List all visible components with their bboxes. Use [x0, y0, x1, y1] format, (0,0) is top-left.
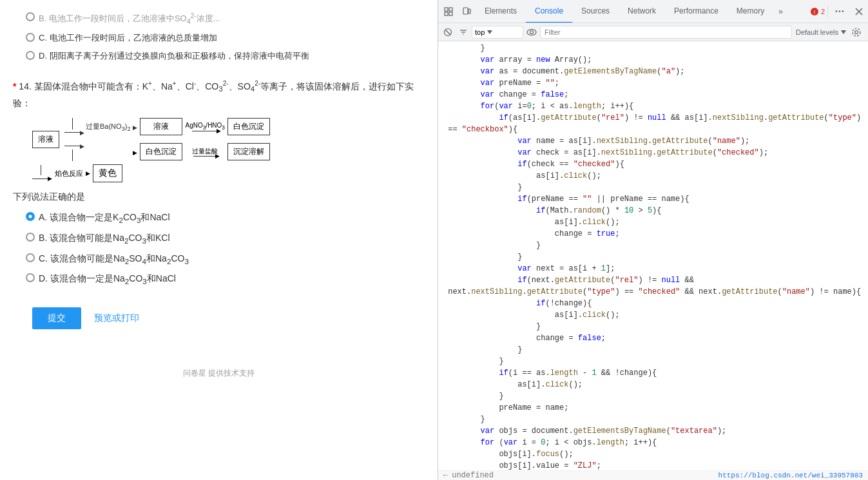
code-line: next.nextSibling.getAttribute("type") ==… — [438, 286, 868, 298]
result-text: undefined — [452, 471, 494, 480]
option-14-D-text: D. 该混合物一定是Na2CO3和NaCl — [39, 271, 176, 288]
option-14-D-radio[interactable] — [26, 273, 35, 282]
option-D-prev-text: D. 阴阳离子离子分别通过交换膜向负极和正极移动，保持溶液中电荷平衡 — [39, 49, 309, 63]
svg-point-20 — [530, 30, 534, 34]
code-line: as[i].click(); — [438, 170, 868, 182]
submit-area: 提交 预览或打印 — [32, 307, 425, 329]
svg-point-19 — [527, 29, 536, 35]
svg-marker-21 — [841, 30, 846, 34]
svg-point-22 — [855, 30, 858, 34]
code-line: if(!change){ — [438, 298, 868, 309]
svg-rect-5 — [468, 9, 470, 14]
code-line: var array = new Array(); — [438, 54, 868, 66]
option-B-prev: B. 电池工作一段时间后，乙池溶液中SO42-浓度... — [26, 10, 425, 27]
devtools-panel: Elements Console Sources Network Perform… — [438, 0, 868, 480]
code-line: change = true; — [438, 228, 868, 240]
code-line: } — [438, 414, 868, 425]
more-options-btn[interactable] — [831, 3, 849, 21]
code-line: var as = document.getElementsByTagName("… — [438, 66, 868, 77]
result-arrow: ← — [443, 471, 448, 480]
bottom-link[interactable]: https://blog.csdn.net/wei_33957803 — [719, 472, 863, 479]
option-14-A-text: A. 该混合物一定是K2CO3和NaCl — [39, 210, 170, 227]
svg-rect-3 — [449, 12, 452, 15]
option-14-D[interactable]: D. 该混合物一定是Na2CO3和NaCl — [26, 271, 425, 288]
svg-line-14 — [445, 30, 450, 35]
submit-button[interactable]: 提交 — [32, 307, 81, 329]
console-settings-btn[interactable] — [847, 23, 865, 41]
close-devtools-btn[interactable] — [850, 3, 868, 21]
code-line: var objs = document.getElementsByTagName… — [438, 425, 868, 437]
code-line: as[i].click(); — [438, 309, 868, 321]
code-line: } — [438, 43, 868, 54]
svg-rect-1 — [449, 8, 452, 11]
context-select[interactable]: top — [472, 26, 523, 39]
code-line: for(var i=0; i < as.length; i++){ — [438, 101, 868, 112]
code-line: as[i].click(); — [438, 216, 868, 228]
svg-marker-18 — [487, 30, 492, 34]
tab-more[interactable]: » — [773, 7, 788, 16]
code-line: as[i].click(); — [438, 379, 868, 390]
console-toolbar: top Default levels — [438, 23, 868, 41]
console-clear-btn[interactable] — [441, 25, 455, 39]
code-line: var preName = ""; — [438, 77, 868, 89]
code-line: } — [438, 390, 868, 402]
code-line: if(preName == "" || preName == name){ — [438, 193, 868, 205]
top-solution-box: 溶液 — [140, 118, 182, 135]
code-line: } — [438, 356, 868, 367]
left-panel: B. 电池工作一段时间后，乙池溶液中SO42-浓度... C. 电池工作一段时间… — [0, 0, 438, 480]
code-line: var check = as[i].nextSibling.getAttribu… — [438, 147, 868, 158]
tab-sources[interactable]: Sources — [572, 0, 619, 23]
code-line: } — [438, 344, 868, 356]
option-14-C[interactable]: C. 该混合物可能是Na2SO4和Na2CO3 — [26, 251, 425, 268]
white-precipitate-2-box: 白色沉淀 — [140, 143, 182, 160]
code-line: objs[i].value = "ZLJ"; — [438, 460, 868, 470]
question-14-text: * 14. 某固体混合物中可能含有：K+、Na+、Cl-、CO32-、SO42-… — [13, 78, 425, 112]
red-star: * — [13, 81, 16, 91]
default-levels[interactable]: Default levels — [796, 28, 846, 36]
option-14-B-radio[interactable] — [26, 233, 35, 242]
svg-point-10 — [842, 10, 844, 12]
option-D-prev-radio[interactable] — [26, 51, 35, 60]
option-14-B[interactable]: B. 该混合物可能是Na2CO3和KCl — [26, 231, 425, 247]
option-B-prev-text: B. 电池工作一段时间后，乙池溶液中SO42-浓度... — [39, 10, 220, 27]
tab-console[interactable]: Console — [526, 0, 572, 23]
code-line: preName = name; — [438, 402, 868, 414]
context-value: top — [475, 28, 485, 36]
code-line: if(check == "checked"){ — [438, 158, 868, 170]
option-14-C-radio[interactable] — [26, 253, 35, 262]
code-line: if(as[i].getAttribute("rel") != null && … — [438, 112, 868, 124]
tab-performance[interactable]: Performance — [665, 0, 728, 23]
option-B-prev-radio[interactable] — [26, 12, 35, 21]
question-14-sub: 下列说法正确的是 — [13, 189, 425, 205]
eye-btn[interactable] — [525, 25, 539, 39]
console-content[interactable]: } var array = new Array(); var as = docu… — [438, 41, 868, 470]
code-line: change = false; — [438, 332, 868, 344]
preview-link[interactable]: 预览或打印 — [94, 312, 139, 324]
code-line: if(next.getAttribute("rel") != null && — [438, 274, 868, 286]
svg-rect-4 — [463, 8, 468, 14]
code-line: } — [438, 182, 868, 193]
option-14-A-radio[interactable] — [26, 212, 35, 221]
inspect-icon-btn[interactable] — [439, 3, 458, 21]
console-filter-btn[interactable] — [456, 25, 470, 39]
code-line: var next = as[i + 1]; — [438, 263, 868, 274]
code-line: if(Math.random() * 10 > 5){ — [438, 205, 868, 216]
tab-elements[interactable]: Elements — [476, 0, 526, 23]
option-14-A[interactable]: A. 该混合物一定是K2CO3和NaCl — [26, 210, 425, 227]
devtools-right-icons: ! 2 — [810, 3, 868, 21]
tab-memory[interactable]: Memory — [728, 0, 773, 23]
tab-network[interactable]: Network — [619, 0, 665, 23]
svg-text:!: ! — [814, 9, 816, 15]
footer: 问卷星 提供技术支持 — [13, 368, 425, 379]
svg-point-9 — [839, 10, 841, 12]
device-icon-btn[interactable] — [458, 3, 476, 21]
code-line: var name = as[i].nextSibling.getAttribut… — [438, 135, 868, 147]
option-C-prev-radio[interactable] — [26, 33, 35, 42]
code-line: } — [438, 240, 868, 251]
filter-input[interactable] — [540, 26, 792, 39]
white-precipitate-box: 白色沉淀 — [227, 118, 270, 135]
dissolve-box: 沉淀溶解 — [227, 143, 270, 160]
experiment-diagram: 溶液 ▶ 过量Ba(NO3)2 — [32, 117, 425, 182]
svg-rect-2 — [445, 12, 448, 15]
solution-input-box: 溶液 — [32, 131, 59, 148]
